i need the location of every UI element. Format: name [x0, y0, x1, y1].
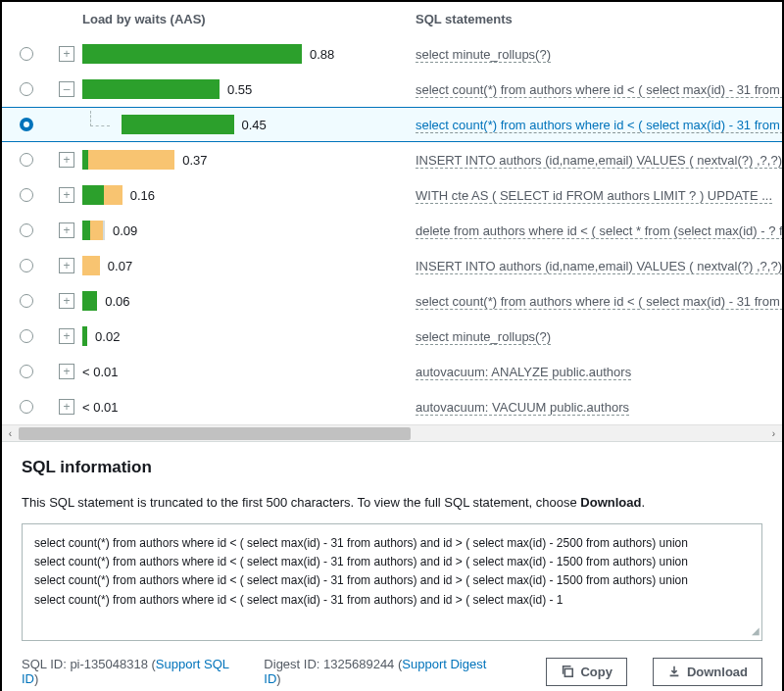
expand-button[interactable]: [59, 46, 74, 62]
table-row[interactable]: 0.16WITH cte AS ( SELECT id FROM authors…: [2, 177, 782, 213]
sql-statement-link[interactable]: select minute_rollups(?): [416, 47, 551, 63]
table-row[interactable]: 0.37INSERT INTO authors (id,name,email) …: [2, 142, 782, 177]
table-row[interactable]: 0.02select minute_rollups(?): [2, 319, 782, 354]
sql-table-panel: Load by waits (AAS) SQL statements 0.88s…: [2, 2, 782, 442]
collapse-button[interactable]: [59, 81, 74, 97]
load-value: 0.55: [227, 82, 252, 97]
load-bar: [82, 221, 105, 240]
panel-footer: SQL ID: pi-135048318 (Support SQL ID) Di…: [22, 657, 762, 686]
expand-button[interactable]: [59, 328, 74, 344]
sql-statement-link[interactable]: INSERT INTO authors (id,name,email) VALU…: [416, 259, 782, 274]
table-row[interactable]: < 0.01autovacuum: ANALYZE public.authors: [2, 354, 782, 389]
tree-branch-icon: [90, 111, 110, 126]
table-row[interactable]: 0.45select count(*) from authors where i…: [2, 107, 782, 142]
expand-button[interactable]: [59, 364, 74, 379]
load-value: < 0.01: [82, 400, 119, 415]
svg-rect-0: [565, 668, 573, 676]
load-value: 0.09: [113, 223, 137, 238]
sql-line: select count(*) from authors where id < …: [34, 591, 750, 610]
sql-line: select count(*) from authors where id < …: [34, 534, 750, 553]
panel-title: SQL information: [22, 458, 762, 477]
row-radio[interactable]: [20, 47, 33, 61]
load-value: 0.37: [182, 153, 207, 168]
sql-statement-link[interactable]: select minute_rollups(?): [416, 329, 551, 345]
load-bar: [82, 44, 302, 64]
load-value: 0.02: [95, 329, 120, 344]
sql-statement-link[interactable]: select count(*) from authors where id < …: [416, 118, 782, 133]
load-bar: [82, 185, 122, 205]
scrollbar-thumb[interactable]: [19, 427, 411, 440]
row-radio[interactable]: [20, 259, 33, 272]
row-radio[interactable]: [20, 153, 33, 167]
expand-button[interactable]: [59, 293, 74, 309]
sql-statement-link[interactable]: autovacuum: VACUUM public.authors: [416, 400, 629, 416]
row-radio[interactable]: [20, 365, 33, 378]
sql-text-box[interactable]: select count(*) from authors where id < …: [22, 523, 762, 641]
sql-id-label: SQL ID: pi-135048318 (Support SQL ID): [22, 657, 238, 686]
row-radio[interactable]: [20, 329, 33, 343]
sql-line: select count(*) from authors where id < …: [34, 553, 750, 571]
sql-statement-link[interactable]: select count(*) from authors where id < …: [416, 82, 782, 98]
load-bar: [122, 115, 234, 134]
load-bar: [82, 326, 87, 346]
table-row[interactable]: 0.07INSERT INTO authors (id,name,email) …: [2, 248, 782, 283]
row-radio[interactable]: [20, 294, 33, 308]
scroll-right-arrow[interactable]: ›: [765, 425, 782, 442]
scroll-left-arrow[interactable]: ‹: [2, 425, 19, 442]
row-radio[interactable]: [20, 223, 33, 237]
table-row[interactable]: < 0.01autovacuum: VACUUM public.authors: [2, 389, 782, 424]
download-button[interactable]: Download: [653, 658, 762, 686]
expand-button[interactable]: [59, 152, 74, 168]
horizontal-scrollbar[interactable]: ‹ ›: [2, 424, 782, 441]
sql-information-panel: SQL information This SQL statement is tr…: [2, 442, 782, 691]
row-radio[interactable]: [20, 118, 33, 131]
load-bar: [82, 79, 220, 99]
row-radio[interactable]: [20, 400, 33, 414]
row-radio[interactable]: [20, 188, 33, 202]
load-bar: [82, 150, 174, 170]
column-header-sql[interactable]: SQL statements: [406, 12, 782, 26]
load-value: 0.16: [130, 188, 155, 203]
expand-button[interactable]: [59, 399, 74, 415]
sql-statement-link[interactable]: delete from authors where id < ( select …: [416, 223, 782, 239]
expand-button[interactable]: [59, 258, 74, 273]
sql-line: select count(*) from authors where id < …: [34, 571, 750, 590]
expand-button[interactable]: [59, 187, 74, 203]
column-header-load[interactable]: Load by waits (AAS): [82, 12, 406, 26]
load-bar: [82, 256, 100, 275]
table-row[interactable]: 0.88select minute_rollups(?): [2, 36, 782, 72]
load-value: < 0.01: [82, 365, 119, 379]
row-radio[interactable]: [20, 82, 33, 96]
sql-statement-link[interactable]: autovacuum: ANALYZE public.authors: [416, 365, 631, 380]
download-icon: [667, 665, 681, 678]
table-row[interactable]: 0.55select count(*) from authors where i…: [2, 72, 782, 107]
table-row[interactable]: 0.09delete from authors where id < ( sel…: [2, 213, 782, 248]
copy-icon: [561, 665, 574, 678]
sql-statement-link[interactable]: WITH cte AS ( SELECT id FROM authors LIM…: [416, 188, 772, 204]
resize-handle-icon[interactable]: ◢: [752, 623, 760, 639]
copy-button[interactable]: Copy: [546, 658, 627, 686]
load-bar: [82, 291, 97, 311]
table-row[interactable]: 0.06select count(*) from authors where i…: [2, 283, 782, 319]
load-value: 0.06: [105, 294, 129, 309]
table-header: Load by waits (AAS) SQL statements: [2, 2, 782, 36]
truncation-message: This SQL statement is truncated to the f…: [22, 495, 762, 510]
sql-statement-link[interactable]: select count(*) from authors where id < …: [416, 294, 782, 310]
load-value: 0.45: [242, 118, 267, 132]
load-value: 0.07: [108, 259, 132, 273]
load-value: 0.88: [310, 47, 334, 62]
expand-button[interactable]: [59, 222, 74, 238]
digest-id-label: Digest ID: 1325689244 (Support Digest ID…: [264, 657, 495, 686]
sql-statement-link[interactable]: INSERT INTO authors (id,name,email) VALU…: [416, 153, 782, 169]
